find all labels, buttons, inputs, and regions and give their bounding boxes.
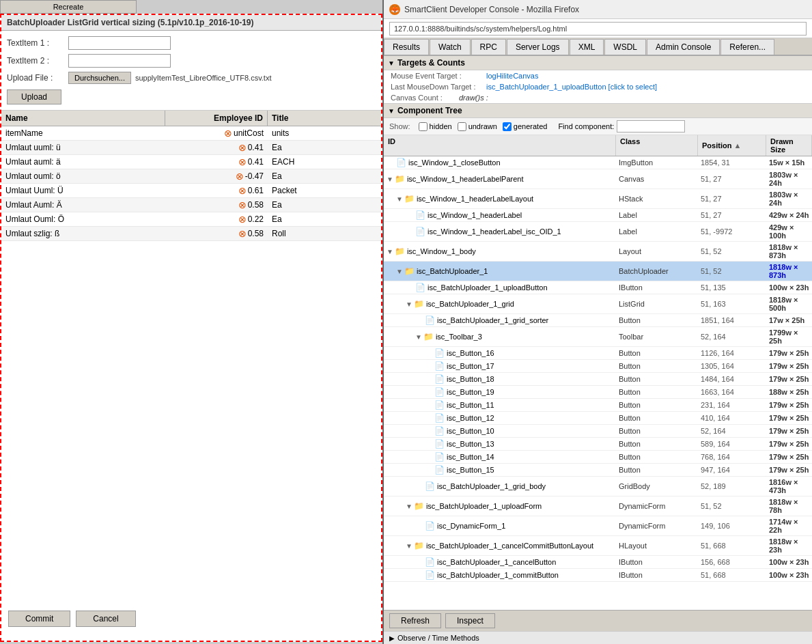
th-position[interactable]: Position ▲ (698, 135, 766, 156)
tree-row[interactable]: 📄isc_Button_18Button1484, 164179w × 25h (384, 373, 812, 386)
targets-header[interactable]: ▼ Targets & Counts (384, 56, 812, 70)
tree-row[interactable]: 📄isc_Button_10Button52, 164179w × 25h (384, 425, 812, 438)
tree-row[interactable]: 📄isc_Button_12Button410, 164179w × 25h (384, 412, 812, 425)
tree-row[interactable]: 📄isc_Button_14Button768, 164179w × 25h (384, 451, 812, 464)
table-row[interactable]: itemName⊗unitCostunits (1, 126, 381, 141)
tree-row[interactable]: ▼📁isc_Window_1_headerLabelLayoutHStack51… (384, 189, 812, 209)
tree-toggle[interactable]: ▼ (406, 503, 412, 510)
td-position: 51, 52 (698, 501, 766, 512)
cell-name: itemName (1, 127, 165, 139)
doc-icon: 📄 (425, 557, 435, 567)
tree-row[interactable]: 📄isc_Button_15Button947, 164179w × 25h (384, 464, 812, 477)
td-position: 1854, 31 (698, 157, 766, 168)
generated-checkbox[interactable] (503, 122, 512, 131)
tree-row[interactable]: 📄isc_BatchUploader_1_grid_sorterButton18… (384, 314, 812, 327)
left-title: BatchUploader ListGrid vertical sizing (… (1, 15, 381, 31)
table-row[interactable]: Umlaut ouml: ö⊗-0.47Ea (1, 169, 381, 184)
tree-row[interactable]: ▼📁isc_BatchUploader_1_uploadFormDynamicF… (384, 496, 812, 516)
find-input[interactable] (617, 120, 685, 132)
doc-icon: 📄 (434, 465, 445, 475)
tab-reference[interactable]: Referen... (720, 39, 774, 55)
browse-button[interactable]: Durchsuchen... (68, 72, 131, 84)
td-position: 52, 164 (698, 425, 766, 436)
undrawn-checkbox-item[interactable]: undrawn (458, 122, 497, 131)
tab-wsdl[interactable]: WSDL (604, 39, 646, 55)
tree-row[interactable]: 📄isc_Button_13Button589, 164179w × 25h (384, 438, 812, 451)
tree-toggle[interactable]: ▼ (406, 300, 412, 308)
table-row[interactable]: Umlaut Ouml: Ö⊗0.22Ea (1, 212, 381, 227)
tree-row[interactable]: 📄isc_Button_11Button231, 164179w × 25h (384, 399, 812, 412)
tree-row[interactable]: 📄isc_Button_19Button1663, 164188w × 25h (384, 386, 812, 399)
table-row[interactable]: Umlaut auml: ä⊗0.41EACH (1, 155, 381, 169)
firefox-icon: 🦊 (389, 4, 400, 15)
form-area: TextItem 1 : TextItem 2 : Upload File : … (1, 31, 381, 110)
tree-row[interactable]: ▼📁isc_BatchUploader_1_gridListGrid51, 16… (384, 294, 812, 314)
error-icon: ⊗ (238, 156, 247, 167)
upload-button[interactable]: Upload (7, 89, 61, 104)
tree-toggle[interactable]: ▼ (387, 176, 393, 183)
tab-adminconsole[interactable]: Admin Console (647, 39, 720, 55)
tree-header[interactable]: ▼ Component Tree (384, 104, 812, 118)
table-row[interactable]: Umlaut Uuml: Ü⊗0.61Packet (1, 184, 381, 198)
tree-rows: 📄isc_Window_1_closeButtonImgButton1854, … (384, 156, 812, 582)
tree-row[interactable]: 📄isc_BatchUploader_1_cancelButtonIButton… (384, 556, 812, 569)
tree-row[interactable]: ▼📁isc_Toolbar_3Toolbar52, 1641799w × 25h (384, 327, 812, 347)
cell-name: Umlaut uuml: ü (1, 141, 165, 154)
table-row[interactable]: Umlaut szlig: ß⊗0.58Roll (1, 227, 381, 241)
th-drawn: Drawn Size (766, 135, 812, 156)
table-row[interactable]: Umlaut uuml: ü⊗0.41Ea (1, 141, 381, 155)
table-row[interactable]: Umlaut Auml: Ä⊗0.58Ea (1, 198, 381, 212)
tree-toggle[interactable]: ▼ (415, 333, 422, 341)
tree-row[interactable]: ▼📁isc_BatchUploader_1BatchUploader51, 52… (384, 262, 812, 281)
refresh-button[interactable]: Refresh (389, 613, 441, 628)
tab-results[interactable]: Results (384, 39, 429, 55)
td-drawn: 179w × 25h (766, 451, 812, 462)
tree-row[interactable]: ▼📁isc_Window_1_headerLabelParentCanvas51… (384, 169, 812, 189)
tree-toggle[interactable]: ▼ (406, 542, 412, 550)
tree-row[interactable]: ▼📁isc_Window_1_bodyLayout51, 521818w × 8… (384, 242, 812, 262)
td-id: 📄isc_Button_17 (384, 360, 616, 372)
tree-row[interactable]: ▼📁isc_BatchUploader_1_cancelCommitButton… (384, 536, 812, 556)
tab-rpc[interactable]: RPC (471, 39, 506, 55)
observe-arrow[interactable]: ▶ (389, 634, 395, 642)
url-input[interactable] (389, 22, 807, 36)
td-class: Button (616, 464, 698, 475)
tree-row[interactable]: 📄isc_Button_16Button1126, 164179w × 25h (384, 347, 812, 360)
tree-toggle[interactable]: ▼ (396, 268, 403, 275)
canvas-row: Canvas Count : draw()s : (384, 92, 812, 103)
generated-checkbox-item[interactable]: generated (503, 122, 548, 131)
doc-icon: 📄 (434, 413, 445, 423)
tree-row[interactable]: 📄isc_Window_1_closeButtonImgButton1854, … (384, 156, 812, 169)
tree-id-text: isc_Button_19 (447, 388, 494, 396)
hidden-checkbox-item[interactable]: hidden (419, 122, 452, 131)
tree-row[interactable]: 📄isc_BatchUploader_1_uploadButtonIButton… (384, 281, 812, 294)
tree-row[interactable]: 📄isc_BatchUploader_1_grid_bodyGridBody52… (384, 477, 812, 496)
tree-row[interactable]: 📄isc_BatchUploader_1_commitButtonIButton… (384, 569, 812, 582)
td-class: Button (616, 438, 698, 449)
cell-name: Umlaut Auml: Ä (1, 199, 165, 211)
textitem2-input[interactable] (68, 54, 171, 68)
commit-button[interactable]: Commit (8, 611, 70, 627)
hidden-checkbox[interactable] (419, 122, 428, 131)
tree-row[interactable]: 📄isc_Window_1_headerLabelLabel51, 27429w… (384, 209, 812, 222)
tab-serverlogs[interactable]: Server Logs (507, 39, 569, 55)
undrawn-checkbox[interactable] (458, 122, 466, 131)
tree-row[interactable]: 📄isc_Button_17Button1305, 164179w × 25h (384, 360, 812, 373)
tree-id-text: isc_BatchUploader_1_grid_sorter (437, 316, 548, 324)
tab-xml[interactable]: XML (570, 39, 604, 55)
tree-controls: Show: hidden undrawn generated Find comp… (384, 118, 812, 135)
tree-row[interactable]: 📄isc_DynamicForm_1DynamicForm149, 106171… (384, 516, 812, 536)
inspect-button[interactable]: Inspect (445, 613, 495, 628)
tab-watch[interactable]: Watch (430, 39, 471, 55)
td-class: ListGrid (616, 298, 698, 309)
td-position: 1663, 164 (698, 387, 766, 397)
tree-row[interactable]: 📄isc_Window_1_headerLabel_isc_OID_1Label… (384, 222, 812, 242)
cell-title: Roll (268, 227, 381, 240)
tree-toggle[interactable]: ▼ (387, 248, 393, 255)
cancel-button[interactable]: Cancel (76, 611, 135, 627)
tree-toggle[interactable]: ▼ (396, 195, 403, 203)
tree-id-text: isc_Window_1_closeButton (408, 158, 501, 167)
doc-icon: 📄 (434, 426, 445, 436)
textitem1-input[interactable] (68, 36, 171, 50)
td-id: ▼📁isc_Toolbar_3 (384, 331, 616, 343)
